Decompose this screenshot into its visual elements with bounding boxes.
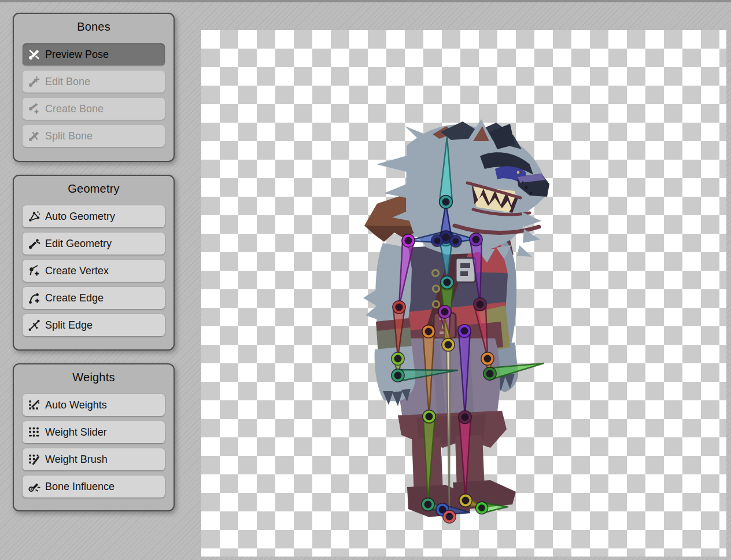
- joint-pelvis-base[interactable]: [438, 305, 451, 318]
- button-label: Edit Geometry: [45, 238, 112, 250]
- weight-slider-button[interactable]: Weight Slider: [23, 421, 165, 443]
- character-sprite: [363, 119, 549, 517]
- joint-clavicle-right-base[interactable]: [450, 235, 462, 247]
- joint-toe-right-base[interactable]: [476, 502, 488, 514]
- joint-wrist-right[interactable]: [481, 352, 494, 365]
- create-vertex-button[interactable]: Create Vertex: [23, 260, 165, 282]
- button-label: Preview Pose: [45, 49, 109, 61]
- sprite-torso: [404, 243, 510, 355]
- preview-pose-icon: [28, 48, 40, 61]
- button-label: Auto Geometry: [45, 211, 115, 223]
- edit-geometry-icon: [28, 237, 40, 250]
- panel-title: Bones: [14, 20, 173, 34]
- bone-influence-button[interactable]: Bone Influence: [23, 476, 165, 498]
- joint-ankle-right[interactable]: [459, 494, 472, 507]
- auto-geometry-icon: [28, 210, 40, 223]
- button-label: Weight Brush: [45, 454, 108, 466]
- panel-bones: Bones Preview Pose Edit Bone Create Bone…: [13, 13, 175, 162]
- create-bone-icon: [28, 102, 40, 115]
- joint-pelvis[interactable]: [442, 338, 455, 351]
- skinning-editor-window: { "toolbox": { "panels": [ { "title": "B…: [0, 0, 731, 560]
- panel-title: Geometry: [14, 182, 173, 196]
- joint-hip-right[interactable]: [458, 325, 471, 337]
- button-label: Create Vertex: [45, 265, 109, 277]
- bone-influence-icon: [28, 480, 40, 493]
- joint-ankle-left[interactable]: [422, 498, 434, 511]
- weight-brush-button[interactable]: Weight Brush: [23, 448, 165, 470]
- button-label: Create Edge: [45, 292, 104, 304]
- create-bone-button[interactable]: Create Bone: [23, 98, 165, 120]
- joint-knee-right[interactable]: [459, 411, 471, 423]
- button-label: Auto Weights: [45, 399, 107, 411]
- button-label: Split Bone: [45, 130, 93, 142]
- button-label: Create Bone: [45, 103, 104, 115]
- joint-hip-left[interactable]: [422, 325, 435, 338]
- auto-weights-button[interactable]: Auto Weights: [23, 394, 165, 416]
- split-edge-icon: [28, 319, 40, 331]
- joint-spine-top[interactable]: [441, 276, 453, 289]
- panel-geometry: Geometry Auto Geometry Edit Geometry Cre…: [13, 175, 175, 351]
- weight-slider-icon: [28, 426, 40, 439]
- create-edge-button[interactable]: Create Edge: [23, 287, 165, 309]
- canvas-viewport[interactable]: [201, 30, 726, 557]
- joint-root-end[interactable]: [443, 510, 456, 523]
- split-edge-button[interactable]: Split Edge: [23, 314, 165, 336]
- auto-weights-icon: [28, 399, 40, 411]
- window-top-edge: [0, 0, 731, 2]
- edit-bone-icon: [28, 75, 40, 88]
- joint-elbow-left[interactable]: [393, 301, 405, 314]
- split-bone-icon: [28, 130, 40, 142]
- joint-clavicle-left-base[interactable]: [431, 235, 443, 246]
- joint-knee-left[interactable]: [423, 410, 435, 423]
- joint-wrist-left[interactable]: [392, 352, 404, 365]
- edit-geometry-button[interactable]: Edit Geometry: [23, 233, 165, 255]
- sprite-legs: [398, 338, 516, 517]
- panel-weights: Weights Auto Weights Weight Slider Weigh…: [13, 363, 175, 511]
- edit-bone-button[interactable]: Edit Bone: [23, 71, 165, 93]
- weight-brush-icon: [28, 453, 40, 466]
- preview-pose-button[interactable]: Preview Pose: [23, 43, 165, 65]
- create-edge-icon: [28, 292, 40, 304]
- button-label: Bone Influence: [45, 481, 115, 493]
- joint-shoulder-right[interactable]: [470, 233, 482, 246]
- auto-geometry-button[interactable]: Auto Geometry: [23, 205, 165, 227]
- canvas-svg: [201, 30, 726, 557]
- joint-elbow-right[interactable]: [474, 298, 486, 311]
- button-label: Weight Slider: [45, 426, 107, 439]
- joint-shoulder-left[interactable]: [402, 234, 415, 247]
- joint-head-base[interactable]: [440, 196, 452, 208]
- panel-title: Weights: [14, 371, 173, 384]
- create-vertex-icon: [28, 264, 40, 277]
- split-bone-button[interactable]: Split Bone: [23, 125, 165, 147]
- joint-hand-left-base[interactable]: [392, 369, 404, 382]
- button-label: Split Edge: [45, 319, 93, 331]
- joint-hand-right-base[interactable]: [483, 367, 496, 380]
- button-label: Edit Bone: [45, 76, 90, 88]
